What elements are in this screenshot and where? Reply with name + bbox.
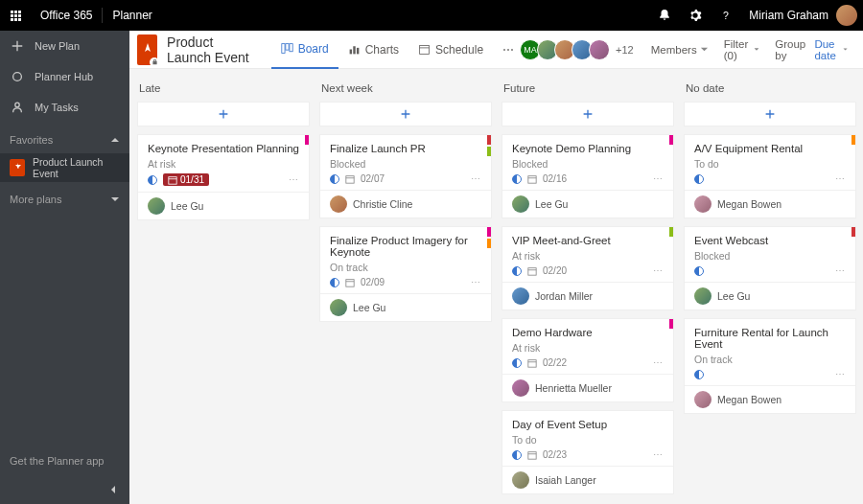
card-more-button[interactable]: ⋯ (653, 173, 664, 184)
collapse-sidebar-button[interactable] (0, 475, 129, 504)
groupby-label: Group by (775, 38, 805, 61)
column-title[interactable]: Future (501, 77, 674, 102)
card-assignee[interactable]: Lee Gu (320, 293, 491, 321)
card-status: To do (512, 434, 664, 446)
svg-rect-3 (281, 44, 284, 54)
notifications-button[interactable] (649, 0, 680, 31)
task-card[interactable]: Finalize Launch PRBlocked02/07⋯Christie … (319, 134, 492, 218)
favorite-plan-link[interactable]: Product Launch Event (0, 153, 129, 182)
card-assignee[interactable]: Lee Gu (138, 192, 309, 219)
card-assignee[interactable]: Jordan Miller (502, 282, 673, 309)
assignee-name: Isaiah Langer (535, 474, 596, 486)
svg-rect-9 (420, 45, 430, 54)
members-label: Members (651, 44, 697, 56)
card-more-button[interactable]: ⋯ (653, 357, 664, 368)
card-more-button[interactable]: ⋯ (835, 173, 846, 184)
add-task-button[interactable] (137, 102, 310, 126)
card-more-button[interactable]: ⋯ (653, 265, 664, 276)
card-status: On track (330, 262, 481, 273)
calendar-icon (168, 175, 177, 185)
task-card[interactable]: Furniture Rental for Launch EventOn trac… (684, 318, 856, 414)
add-task-button[interactable] (684, 102, 856, 126)
task-card[interactable]: Demo HardwareAt risk02/22⋯Henrietta Muel… (501, 318, 674, 402)
progress-icon (512, 358, 522, 368)
more-plans-section[interactable]: More plans (0, 186, 129, 213)
chevron-down-icon (754, 45, 759, 54)
task-card[interactable]: Event WebcastBlocked⋯Lee Gu (684, 226, 856, 310)
tab-charts[interactable]: Charts (338, 31, 408, 69)
overdue-date-badge: 01/31 (163, 173, 209, 186)
planner-hub-link[interactable]: Planner Hub (0, 61, 129, 92)
card-more-button[interactable]: ⋯ (289, 174, 299, 185)
members-dropdown[interactable]: Members (643, 44, 716, 56)
card-assignee[interactable]: Megan Bowen (685, 385, 855, 413)
board-column: FutureKeynote Demo PlanningBlocked02/16⋯… (501, 77, 674, 504)
task-card[interactable]: A/V Equipment RentalTo do⋯Megan Bowen (684, 134, 856, 218)
help-button[interactable]: ? (711, 0, 741, 31)
tab-schedule[interactable]: Schedule (408, 31, 493, 69)
card-assignee[interactable]: Christie Cline (320, 190, 491, 218)
task-card[interactable]: VIP Meet-and-GreetAt risk02/20⋯Jordan Mi… (501, 226, 674, 310)
progress-icon (512, 174, 522, 184)
board-column: LateKeynote Presentation PlanningAt risk… (137, 77, 310, 228)
card-more-button[interactable]: ⋯ (471, 173, 481, 184)
card-assignee[interactable]: Lee Gu (502, 190, 673, 218)
board-column: Next weekFinalize Launch PRBlocked02/07⋯… (319, 77, 492, 330)
progress-icon (148, 175, 157, 185)
card-more-button[interactable]: ⋯ (835, 265, 846, 276)
member-overflow-count[interactable]: +12 (616, 44, 634, 56)
tab-board-label: Board (298, 42, 329, 56)
column-title[interactable]: No date (684, 77, 856, 102)
svg-point-2 (15, 103, 19, 106)
card-assignee[interactable]: Lee Gu (685, 282, 855, 309)
favorites-section[interactable]: Favorites (0, 126, 129, 153)
circle-icon (10, 69, 25, 84)
add-task-button[interactable] (319, 102, 492, 126)
progress-icon (694, 174, 704, 184)
calendar-icon (527, 174, 537, 184)
left-sidebar: New Plan Planner Hub My Tasks Favorites … (0, 31, 129, 504)
progress-icon (512, 450, 522, 460)
column-title[interactable]: Late (137, 77, 310, 102)
task-card[interactable]: Keynote Demo PlanningBlocked02/16⋯Lee Gu (501, 134, 674, 218)
assignee-name: Christie Cline (353, 198, 412, 210)
card-more-button[interactable]: ⋯ (471, 277, 481, 287)
new-plan-button[interactable]: New Plan (0, 31, 129, 61)
card-status: To do (694, 158, 846, 170)
tab-board[interactable]: Board (271, 31, 338, 69)
planner-hub-label: Planner Hub (35, 71, 93, 82)
member-facepile[interactable]: MA (524, 39, 610, 60)
filter-label: Filter (0) (724, 38, 752, 61)
app-launcher-button[interactable] (0, 0, 31, 31)
card-assignee[interactable]: Megan Bowen (685, 190, 855, 218)
brand-office365[interactable]: Office 365 (31, 9, 102, 22)
column-title[interactable]: Next week (319, 77, 492, 102)
card-more-button[interactable]: ⋯ (835, 369, 846, 379)
calendar-icon (418, 43, 431, 56)
more-plans-label: More plans (10, 194, 61, 205)
filter-dropdown[interactable]: Filter (0) (716, 38, 768, 61)
settings-button[interactable] (680, 0, 711, 31)
add-task-button[interactable] (501, 102, 674, 126)
current-user-avatar[interactable] (836, 5, 857, 26)
get-app-link[interactable]: Get the Planner app (0, 447, 129, 475)
card-status: At risk (148, 158, 299, 170)
card-tags (851, 227, 855, 237)
my-tasks-label: My Tasks (35, 102, 79, 113)
current-user-name[interactable]: Miriam Graham (741, 9, 836, 22)
card-assignee[interactable]: Henrietta Mueller (502, 374, 673, 401)
brand-app[interactable]: Planner (103, 9, 161, 22)
plus-icon (217, 107, 230, 121)
task-card[interactable]: Keynote Presentation PlanningAt risk01/3… (137, 134, 310, 220)
card-assignee[interactable]: Isaiah Langer (502, 466, 673, 493)
plan-icon[interactable] (137, 34, 157, 65)
groupby-dropdown[interactable]: Group by Due date (767, 38, 855, 61)
plan-title[interactable]: Product Launch Event (167, 34, 254, 65)
my-tasks-link[interactable]: My Tasks (0, 92, 129, 123)
chevron-down-icon (110, 195, 120, 204)
card-tags (851, 135, 855, 145)
task-card[interactable]: Day of Event SetupTo do02/23⋯Isaiah Lang… (501, 410, 674, 494)
card-date: 02/07 (361, 173, 385, 184)
task-card[interactable]: Finalize Product Imagery for KeynoteOn t… (319, 226, 492, 322)
card-more-button[interactable]: ⋯ (653, 449, 664, 460)
